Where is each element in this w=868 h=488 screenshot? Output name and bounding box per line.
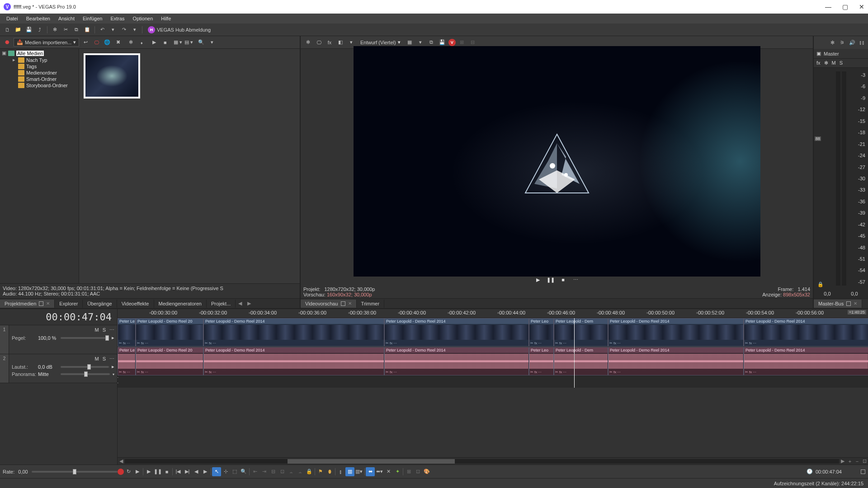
maximize-button[interactable]: ▢ [842, 3, 848, 10]
auto-crossfade-button[interactable]: ✦ [393, 467, 402, 476]
tab-2[interactable]: Übergänge [83, 300, 117, 308]
track1-solo[interactable]: S [103, 327, 106, 333]
render-icon[interactable]: ⤴ [35, 25, 44, 34]
preview-props-icon[interactable]: ✻ [303, 38, 312, 47]
tab-3[interactable]: Videoeffekte [117, 300, 154, 308]
tc-box-icon[interactable] [861, 469, 865, 474]
track2-solo[interactable]: S [103, 356, 106, 362]
tab-master-bus[interactable]: Master-Bus✕ [814, 300, 862, 308]
transport-timecode[interactable]: 00:00:47:04 [816, 469, 842, 474]
timeline-timecode[interactable]: 00:00:47:04 [0, 309, 117, 325]
preview-play-button[interactable]: ▶ [533, 275, 542, 284]
views-icon[interactable]: ▦ ▾ [173, 38, 182, 47]
audio-clip[interactable]: Peter Leopold - Demo Reel 2014✂fx⋯ [203, 347, 384, 375]
overlay-icon[interactable]: ▦ [405, 38, 414, 47]
ptab-1[interactable]: Trimmer [357, 300, 385, 308]
redo-icon[interactable]: ↷ [119, 25, 128, 34]
track2-vol-slider[interactable] [61, 366, 109, 368]
master-✻[interactable]: ✻ [824, 60, 828, 66]
menu-hilfe[interactable]: Hilfe [157, 15, 175, 22]
audio-clip[interactable]: Peter Le✂fx⋯ [118, 347, 136, 375]
track2-pan-slider[interactable] [61, 373, 110, 375]
audio-clip[interactable]: Peter Leopold - Demo Reel 20✂fx⋯ [136, 347, 203, 375]
rate-slider[interactable] [32, 471, 118, 473]
tree-item[interactable]: Medienordner [1, 70, 78, 76]
menu-extras[interactable]: Extras [107, 15, 128, 22]
external-monitor-icon[interactable]: 🖵 [314, 38, 323, 47]
video-clip[interactable]: Peter Leopold - Demo Reel 2014✂fx⋯ [203, 318, 384, 347]
track2-mute[interactable]: M [94, 356, 99, 362]
record-indicator-icon[interactable]: V [448, 39, 456, 46]
menu-bearbeiten[interactable]: Bearbeiten [23, 15, 54, 22]
meter-lock-icon[interactable]: 🔒 [817, 282, 824, 287]
preview-pause-button[interactable]: ❚❚ [546, 275, 555, 284]
properties-icon[interactable]: ✻ [50, 25, 59, 34]
track1-level-slider[interactable] [61, 337, 109, 339]
markers1-button[interactable]: ⫠ [287, 467, 296, 476]
capture-icon[interactable]: ↩ [81, 38, 90, 47]
output-icon[interactable]: 🔊 [848, 38, 856, 47]
video-track-header[interactable]: 1 MS⋯ Pegel:100,0 %▸ [0, 325, 117, 354]
lock-button[interactable]: 🔒 [305, 467, 314, 476]
master-S[interactable]: S [840, 60, 843, 66]
dropdown-icon[interactable]: ▾ [347, 38, 356, 47]
tab-0[interactable]: Projektmedien ✕ [0, 300, 55, 308]
region-button[interactable]: ⬮ [325, 467, 334, 476]
marker-button[interactable]: ⚑ [316, 467, 325, 476]
envelope-tool[interactable]: ⊹ [221, 467, 230, 476]
go-end-button[interactable]: ▶| [183, 467, 192, 476]
track1-more[interactable]: ⋯ [109, 327, 114, 333]
new-icon[interactable]: 🗋 [3, 25, 12, 34]
split-screen-icon[interactable]: ◧ [336, 38, 345, 47]
tab-1[interactable]: Explorer [55, 300, 83, 308]
loop-button[interactable]: ↻ [124, 467, 133, 476]
save-icon[interactable]: 💾 [24, 25, 33, 34]
audio-clip[interactable]: Peter Leopold - Demo Reel 2014✂fx⋯ [384, 347, 529, 375]
zoom-in-icon[interactable]: + [846, 459, 854, 464]
record-button[interactable] [118, 469, 124, 475]
ai-button[interactable]: 🎨 [422, 467, 431, 476]
media-fx-icon[interactable]: ⬧ [137, 38, 146, 47]
master-expand-icon[interactable]: ▣ [816, 51, 821, 56]
copy-icon[interactable]: ⧉ [72, 25, 81, 34]
timeline-tracks[interactable]: Peter Le✂fx⋯Peter Leopold - Demo Reel 20… [118, 318, 868, 388]
video-clip[interactable]: Peter Le✂fx⋯ [118, 318, 136, 347]
stop-button[interactable]: ■ [162, 467, 171, 476]
zoom-out-icon[interactable]: − [854, 459, 861, 464]
paste-icon[interactable]: 📋 [83, 25, 92, 34]
import-media-button[interactable]: 📥 Medien importieren... ▾ [14, 38, 79, 47]
trim-button[interactable]: ⊡ [278, 467, 287, 476]
audio-clip[interactable]: Peter Leopold - Demo Reel 2014✂fx⋯ [608, 347, 744, 375]
timeline-ruler[interactable]: +1:40:25 ◦00:00:30:00◦00:00:32:00◦00:00:… [118, 309, 868, 318]
remove-icon[interactable]: ✖ [113, 38, 123, 47]
video-clip[interactable]: Peter Leopold - Demo Reel 2014✂fx⋯ [384, 318, 529, 347]
undo-icon[interactable]: ↶ [98, 25, 107, 34]
playhead[interactable] [574, 318, 575, 388]
audio-clip[interactable]: Peter Leopold - Dem✂fx⋯ [554, 347, 608, 375]
audio-clip[interactable]: Peter Leo✂fx⋯ [529, 347, 554, 375]
snapshot-icon[interactable]: ⧉ [427, 38, 436, 47]
split-button[interactable]: ⊟ [269, 467, 278, 476]
media-stop-icon[interactable]: ■ [160, 38, 170, 47]
audio-clip[interactable]: Peter Leopold - Demo Reel 2014✂fx⋯ [744, 347, 868, 375]
tree-item[interactable]: Tags [1, 63, 78, 70]
audio-track-header[interactable]: 2 MS⋯ Lautst.:0,0 dB▸ Panorama:Mitte▾ [0, 354, 117, 383]
open-icon[interactable]: 📁 [14, 25, 23, 34]
media-props-icon[interactable]: ✻ [126, 38, 135, 47]
markers2-button[interactable]: ⫠ [296, 467, 305, 476]
timeline-hscroll[interactable]: ◀ ▶ + − ⊡ [118, 457, 868, 465]
get-media-icon[interactable]: 🌐 [103, 38, 112, 47]
media-play-icon[interactable]: ▶ [150, 38, 159, 47]
crossfade-button[interactable]: ✕ [384, 467, 393, 476]
normal-edit-tool[interactable]: ↖ [212, 467, 221, 476]
screen-icon[interactable]: 🖵 [92, 38, 101, 47]
video-clip[interactable]: Peter Leo✂fx⋯ [529, 318, 554, 347]
overlay-dropdown-icon[interactable]: ▾ [416, 38, 425, 47]
hub-link[interactable]: HVEGAS Hub Abmeldung [145, 26, 213, 33]
tabs-left[interactable]: ◀ [236, 299, 245, 308]
zoom-tool[interactable]: 🔍 [239, 467, 248, 476]
dim-icon[interactable]: ⚞ [838, 38, 846, 47]
preview-stop-button[interactable]: ■ [559, 275, 568, 284]
menu-datei[interactable]: Datei [3, 15, 22, 22]
selection-tool[interactable]: ⬚ [230, 467, 239, 476]
